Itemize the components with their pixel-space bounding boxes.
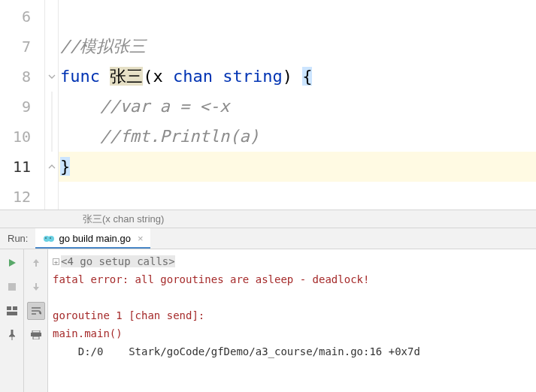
comment-text: //fmt.Println(a) (100, 127, 259, 146)
scroll-down-button[interactable] (27, 278, 45, 296)
svg-rect-8 (13, 306, 17, 310)
svg-rect-9 (7, 312, 17, 315)
go-file-icon (43, 234, 55, 244)
line-number: 9 (0, 92, 44, 122)
comment-text: //模拟张三 (60, 37, 147, 56)
svg-rect-12 (33, 336, 39, 339)
run-toolbar-secondary (24, 249, 48, 392)
console-line: main.main() (53, 324, 531, 342)
fold-none (45, 2, 58, 32)
code-line[interactable]: //fmt.Println(a) (59, 122, 536, 152)
fold-mid (45, 92, 58, 122)
console-setup-text: <4 go setup calls> (61, 255, 175, 267)
console-error-line: fatal error: all goroutines are asleep -… (53, 270, 531, 288)
type: string (223, 67, 282, 86)
layout-button[interactable] (3, 302, 21, 320)
rerun-button[interactable] (3, 254, 21, 272)
run-panel-label: Run: (0, 233, 35, 244)
soft-wrap-button[interactable] (27, 302, 45, 320)
fold-end[interactable] (45, 152, 58, 182)
scroll-up-button[interactable] (27, 254, 45, 272)
svg-rect-10 (32, 330, 40, 333)
code-editor: 6 7 8 9 10 11 12 ▶ 13 //模拟张三 (0, 0, 536, 210)
console-stack-line: D:/0 Stark/goCode/gfDemo/a3_course/main.… (53, 342, 531, 360)
code-line[interactable]: //var a = <-x (59, 92, 536, 122)
brace: } (60, 157, 70, 176)
code-line-current[interactable]: } (59, 152, 536, 182)
param-name: x (153, 67, 162, 86)
line-number-gutter: 6 7 8 9 10 11 12 ▶ 13 (0, 0, 45, 210)
line-number: 7 (0, 32, 44, 62)
svg-point-4 (46, 237, 47, 239)
function-name: 张三 (110, 67, 143, 86)
run-tab[interactable]: go build main.go × (35, 228, 150, 249)
svg-point-3 (48, 236, 54, 242)
fold-none (45, 182, 58, 210)
fold-none (45, 32, 58, 62)
code-line[interactable]: func 张三(x chan string) { (59, 62, 536, 92)
console-output[interactable]: +<4 go setup calls> fatal error: all gor… (48, 249, 536, 392)
fold-start[interactable] (45, 62, 58, 92)
console-blank (53, 288, 531, 306)
run-tab-title: go build main.go (59, 233, 130, 244)
code-content[interactable]: //模拟张三 func 张三(x chan string) { //var a … (59, 0, 536, 210)
keyword: func (60, 67, 100, 86)
code-line[interactable]: //模拟张三 (59, 32, 536, 62)
svg-rect-11 (31, 333, 41, 336)
run-panel: Run: go build main.go × (0, 228, 536, 392)
code-line[interactable] (59, 2, 536, 32)
stop-button[interactable] (3, 278, 21, 296)
run-toolbar-primary (0, 249, 24, 392)
console-line: +<4 go setup calls> (53, 252, 531, 270)
fold-gutter (45, 0, 59, 210)
run-header: Run: go build main.go × (0, 228, 536, 249)
close-icon[interactable]: × (138, 233, 144, 244)
comment-text: //var a = <-x (100, 97, 229, 116)
breadcrumb-text: 张三(x chan string) (83, 213, 164, 225)
pin-button[interactable] (3, 326, 21, 344)
keyword: chan (173, 67, 213, 86)
fold-mid (45, 122, 58, 152)
breadcrumb[interactable]: 张三(x chan string) (0, 210, 536, 228)
line-number-current: 11 (0, 152, 44, 182)
line-number: 12 (0, 182, 44, 210)
console-line: goroutine 1 [chan send]: (53, 306, 531, 324)
paren: ( (143, 67, 153, 86)
print-button[interactable] (27, 326, 45, 344)
code-line[interactable] (59, 182, 536, 210)
expand-icon[interactable]: + (53, 258, 59, 265)
line-number: 8 (0, 62, 44, 92)
brace: { (302, 67, 312, 86)
svg-point-5 (50, 237, 52, 239)
line-number: 6 (0, 2, 44, 32)
paren: ) (283, 67, 292, 86)
line-number: 10 (0, 122, 44, 152)
svg-rect-6 (8, 283, 16, 291)
run-body: +<4 go setup calls> fatal error: all gor… (0, 249, 536, 392)
svg-rect-7 (7, 306, 11, 310)
